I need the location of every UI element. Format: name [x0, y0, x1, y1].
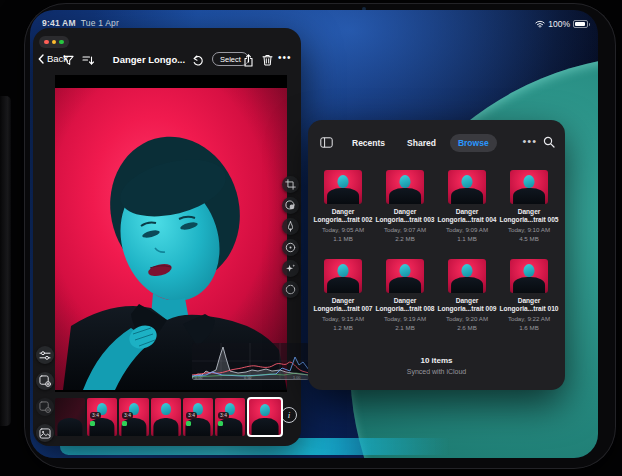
file-size: 1.1 MB [457, 235, 477, 243]
aspect-ratio-badge: 3:4 [186, 412, 197, 419]
more-icon[interactable]: ••• [522, 135, 537, 147]
battery-percent: 100% [548, 19, 570, 29]
select-subject-icon [285, 284, 296, 295]
file-date: Today, 9:10 AM [508, 226, 550, 234]
file-date: Today, 9:15 AM [322, 315, 364, 323]
file-item[interactable]: Danger Longoria...trait 009Today, 9:20 A… [436, 259, 498, 331]
file-thumbnail [324, 259, 362, 293]
ipad-screen: 9:41 AMTue 1 Apr 100% [30, 10, 598, 458]
file-item[interactable]: Danger Longoria...trait 003Today, 9:07 A… [374, 170, 436, 242]
tab-recents[interactable]: Recents [344, 134, 393, 152]
file-name: Danger Longoria...trait 007 [313, 297, 373, 313]
search-icon [543, 136, 555, 148]
status-time-date: 9:41 AMTue 1 Apr [42, 18, 119, 28]
thumb-portrait-body [451, 188, 483, 204]
copy-edits-icon [39, 375, 51, 387]
status-indicators: 100% [535, 19, 588, 29]
crop-icon [285, 179, 296, 190]
file-size: 1.1 MB [333, 235, 353, 243]
window-controls[interactable] [39, 36, 69, 48]
more-icon[interactable]: ••• [278, 52, 292, 63]
photo-browser-tool-button[interactable] [36, 424, 54, 442]
filmstrip-thumbnail[interactable] [151, 398, 181, 436]
filter-icon[interactable] [61, 53, 75, 67]
file-item[interactable]: Danger Longoria...trait 002Today, 9:05 A… [312, 170, 374, 242]
file-thumbnail [448, 170, 486, 204]
thumb-portrait-body [327, 277, 359, 293]
wifi-icon [535, 20, 545, 28]
ipad-device: 9:41 AMTue 1 Apr 100% [24, 3, 616, 469]
adjust-sliders-tool-button[interactable] [36, 346, 54, 364]
filmstrip-thumbnail[interactable]: 3:4 [119, 398, 149, 436]
svg-text:1.00: 1.00 [293, 376, 300, 380]
svg-text:0.00: 0.00 [195, 376, 202, 380]
thumb-portrait-head [400, 264, 411, 277]
edited-indicator [122, 421, 127, 426]
magic-enhance-tool-button[interactable] [282, 260, 299, 277]
select-subject-tool-button[interactable] [282, 281, 299, 298]
file-size: 1.2 MB [333, 324, 353, 332]
paste-edits-tool-button[interactable] [36, 398, 54, 416]
file-item[interactable]: Danger Longoria...trait 005Today, 9:10 A… [498, 170, 560, 242]
thumb-portrait-head [524, 175, 535, 188]
file-name: Danger Longoria...trait 004 [437, 208, 497, 224]
crop-tool-button[interactable] [282, 176, 299, 193]
file-date: Today, 9:19 AM [384, 315, 426, 323]
undo-icon[interactable] [191, 53, 205, 67]
tab-shared[interactable]: Shared [399, 134, 444, 152]
thumb-portrait-body [513, 188, 545, 204]
thumb-portrait-body [327, 188, 359, 204]
color-adjust-icon [285, 200, 296, 211]
sidebar-toggle-button[interactable] [318, 134, 334, 150]
thumb-portrait-head [462, 264, 473, 277]
thumb-portrait-body [389, 188, 421, 204]
heal-icon [285, 242, 296, 253]
file-size: 4.5 MB [519, 235, 539, 243]
thumb-portrait-head [161, 403, 171, 415]
file-name: Danger Longoria...trait 002 [313, 208, 373, 224]
file-size: 1.6 MB [519, 324, 539, 332]
filmstrip-thumbnail[interactable]: 3:4 [183, 398, 213, 436]
svg-text:0.50: 0.50 [244, 376, 251, 380]
file-thumbnail [510, 259, 548, 293]
filmstrip-thumbnail[interactable]: 3:4 [215, 398, 245, 436]
sort-icon[interactable] [81, 53, 95, 67]
browser-window: RecentsSharedBrowse ••• Danger Longoria.… [308, 120, 565, 390]
tab-browse[interactable]: Browse [450, 134, 497, 152]
file-item[interactable]: Danger Longoria...trait 010Today, 9:22 A… [498, 259, 560, 331]
color-adjust-tool-button[interactable] [282, 197, 299, 214]
thumb-portrait-head [338, 264, 349, 277]
info-button[interactable]: i [281, 407, 297, 423]
brush-tool-button[interactable] [282, 218, 299, 235]
aspect-ratio-badge: 3:4 [90, 412, 101, 419]
heal-tool-button[interactable] [282, 239, 299, 256]
copy-edits-tool-button[interactable] [36, 372, 54, 390]
filmstrip-thumbnail[interactable]: 3:4 [87, 398, 117, 436]
paste-edits-icon [39, 401, 51, 413]
thumb-portrait-body [513, 277, 545, 293]
document-title: Danger Longo... [105, 54, 193, 65]
browser-header: RecentsSharedBrowse ••• [308, 130, 565, 156]
file-item[interactable]: Danger Longoria...trait 008Today, 9:19 A… [374, 259, 436, 331]
share-icon[interactable] [241, 53, 255, 67]
editor-window: Back Danger Longo... Select [33, 28, 301, 446]
thumb-portrait-head [462, 175, 473, 188]
item-count: 10 items [308, 356, 565, 365]
filmstrip-thumbnail-selected[interactable] [247, 397, 283, 437]
file-item[interactable]: Danger Longoria...trait 007Today, 9:15 A… [312, 259, 374, 331]
status-time: 9:41 AM [42, 18, 76, 28]
filmstrip-thumbnail[interactable] [55, 398, 85, 436]
photo-canvas[interactable]: 0.00 0.50 1.00 [55, 75, 287, 392]
search-button[interactable] [541, 134, 557, 150]
desktop-background: 9:41 AMTue 1 Apr 100% [0, 0, 622, 476]
file-date: Today, 9:05 AM [322, 226, 364, 234]
file-item[interactable]: Danger Longoria...trait 004Today, 9:09 A… [436, 170, 498, 242]
file-thumbnail [324, 170, 362, 204]
trash-icon[interactable] [260, 53, 274, 67]
minimize-dot [52, 40, 57, 45]
file-thumbnail [386, 259, 424, 293]
file-date: Today, 9:09 AM [446, 226, 488, 234]
file-thumbnail [448, 259, 486, 293]
battery-icon [573, 20, 588, 28]
file-thumbnail [386, 170, 424, 204]
